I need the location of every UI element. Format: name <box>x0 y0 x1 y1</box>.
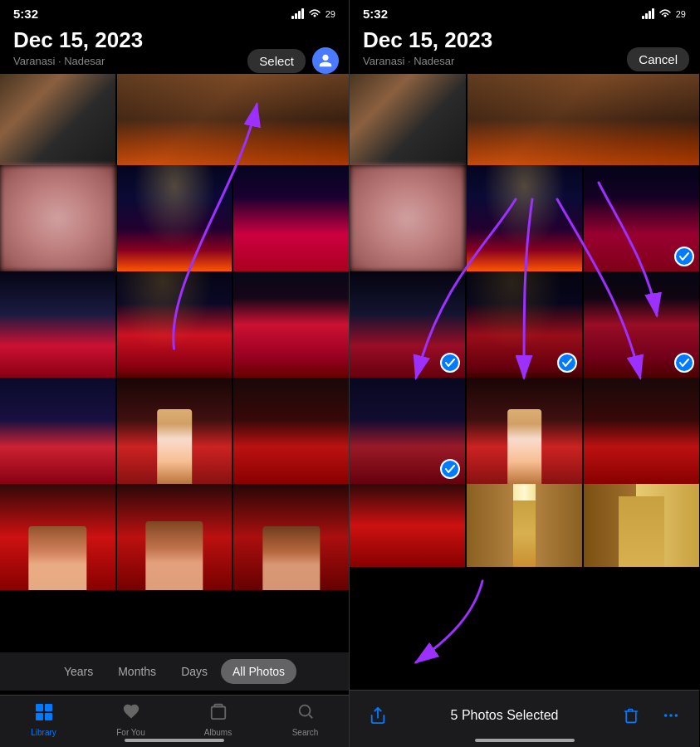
photo-cell-r[interactable] <box>350 165 465 271</box>
delete-button[interactable] <box>616 701 646 730</box>
grid-row-r3 <box>350 271 699 378</box>
select-button[interactable]: Select <box>247 49 306 73</box>
grid-row-r5 <box>350 484 699 567</box>
photo-cell[interactable] <box>117 271 233 378</box>
status-icons-right: 29 <box>642 8 686 20</box>
photo-cell[interactable] <box>233 165 349 271</box>
grid-row-2 <box>0 165 349 271</box>
tab-albums-label: Albums <box>204 728 232 737</box>
svg-rect-2 <box>36 704 43 711</box>
photo-cell-r-selected[interactable] <box>350 271 465 378</box>
signal-icon-right <box>642 9 654 19</box>
home-indicator-right <box>475 739 575 742</box>
photo-cell[interactable] <box>0 165 115 271</box>
check-badge <box>674 247 694 266</box>
tab-years[interactable]: Years <box>52 659 105 684</box>
photo-cell[interactable] <box>0 271 115 378</box>
photo-cell[interactable] <box>117 378 233 484</box>
check-badge <box>440 353 460 373</box>
more-button[interactable] <box>656 701 686 730</box>
check-badge <box>557 353 577 373</box>
photo-grid-left <box>0 74 349 590</box>
view-tabs-left: Years Months Days All Photos <box>0 652 349 691</box>
grid-row-1 <box>0 74 349 165</box>
svg-rect-1 <box>45 713 52 720</box>
tab-library[interactable]: Library <box>0 702 87 737</box>
grid-row-r2 <box>350 165 699 271</box>
time-right: 5:32 <box>363 7 388 21</box>
search-icon <box>296 702 315 725</box>
tab-all-photos[interactable]: All Photos <box>221 659 296 684</box>
photo-cell[interactable] <box>0 74 115 165</box>
check-badge <box>440 459 460 479</box>
svg-rect-0 <box>36 713 43 720</box>
photo-cell-r-selected[interactable] <box>584 271 699 378</box>
photo-cell[interactable] <box>233 271 349 378</box>
tab-library-label: Library <box>31 728 56 737</box>
svg-point-10 <box>665 715 667 716</box>
photo-cell-r-selected[interactable] <box>467 271 582 378</box>
photo-cell[interactable] <box>233 484 349 590</box>
wifi-icon <box>308 8 321 20</box>
tab-months[interactable]: Months <box>106 659 168 684</box>
tab-for-you[interactable]: For You <box>87 702 174 737</box>
tab-days[interactable]: Days <box>169 659 219 684</box>
photo-cell[interactable] <box>0 378 115 484</box>
for-you-icon <box>122 702 140 725</box>
tab-albums[interactable]: Albums <box>174 702 262 737</box>
photo-cell-r[interactable] <box>467 74 699 165</box>
photo-cell-r[interactable] <box>467 378 582 484</box>
albums-icon <box>209 702 228 725</box>
status-icons-left: 29 <box>291 8 335 20</box>
photo-cell[interactable] <box>233 378 349 484</box>
header-actions-left: Select <box>247 47 339 74</box>
photo-cell-r[interactable] <box>467 484 582 567</box>
svg-point-5 <box>299 706 310 716</box>
photo-cell[interactable] <box>117 74 349 165</box>
photo-cell-r[interactable] <box>350 74 466 165</box>
time-left: 5:32 <box>13 7 38 21</box>
photo-grid-right <box>350 74 699 567</box>
cancel-button[interactable]: Cancel <box>627 47 689 71</box>
battery-left: 29 <box>326 9 335 19</box>
check-badge <box>674 353 694 373</box>
svg-point-8 <box>670 715 672 716</box>
grid-row-5 <box>0 484 349 590</box>
grid-row-4 <box>0 378 349 484</box>
svg-rect-4 <box>211 707 225 720</box>
photo-cell[interactable] <box>0 484 115 590</box>
tab-search[interactable]: Search <box>262 702 349 737</box>
left-panel: 5:32 29 Dec 15, 2023 Varanasi · Nadesar <box>0 0 350 747</box>
grid-row-r4 <box>350 378 699 484</box>
status-bar-right: 5:32 29 <box>350 0 699 24</box>
photo-cell[interactable] <box>117 165 233 271</box>
home-indicator-left <box>125 739 224 742</box>
photo-cell-r[interactable] <box>584 378 699 484</box>
share-button[interactable] <box>363 701 393 730</box>
library-icon <box>34 702 54 725</box>
battery-right: 29 <box>676 9 686 19</box>
photo-cell-r-selected[interactable] <box>584 165 699 271</box>
svg-point-9 <box>676 715 678 716</box>
wifi-icon-right <box>658 8 672 20</box>
header-right: Dec 15, 2023 Varanasi · Nadesar Cancel <box>350 24 699 74</box>
header-left: Dec 15, 2023 Varanasi · Nadesar Select <box>0 24 349 74</box>
signal-icon <box>291 9 304 19</box>
right-panel: 5:32 29 Dec 15, 2023 Varanasi · Nadesar <box>350 0 699 747</box>
photo-cell-r-selected[interactable] <box>350 378 465 484</box>
tab-for-you-label: For You <box>116 728 144 737</box>
avatar-button[interactable] <box>312 47 339 74</box>
grid-row-r1 <box>350 74 699 165</box>
photo-cell-r[interactable] <box>584 484 699 567</box>
photo-cell-r[interactable] <box>350 484 465 567</box>
grid-row-3 <box>0 271 349 378</box>
status-bar-left: 5:32 29 <box>0 0 349 24</box>
photo-cell-r[interactable] <box>467 165 582 271</box>
header-actions-right: Cancel <box>627 47 689 71</box>
tab-search-label: Search <box>292 728 319 737</box>
photo-cell[interactable] <box>117 484 233 590</box>
selected-count-label: 5 Photos Selected <box>403 708 606 723</box>
svg-rect-3 <box>45 704 52 711</box>
